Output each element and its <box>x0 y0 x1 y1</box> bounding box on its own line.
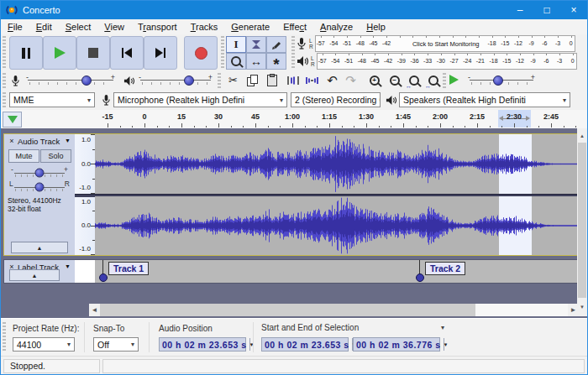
pan-slider[interactable]: L R <box>14 182 65 192</box>
recording-volume-slider[interactable]: - + <box>26 75 115 86</box>
fit-project-button[interactable]: ↔ <box>424 72 442 88</box>
audio-host-dropdown[interactable]: MME▾ <box>9 92 95 107</box>
paste-button[interactable] <box>263 72 281 88</box>
gain-thumb[interactable] <box>35 169 45 178</box>
timeshift-tool-button[interactable]: ↔ <box>246 53 266 70</box>
close-track-button[interactable]: × <box>8 137 16 145</box>
fit-selection-button[interactable]: ↔ <box>405 72 423 88</box>
menu-transport[interactable]: Transport <box>131 22 184 32</box>
audio-position-field[interactable]: 00 h 02 m 23.653 s ▾ <box>159 337 246 352</box>
cut-button[interactable]: ✂ <box>224 72 242 88</box>
meter-toolbar-grip[interactable] <box>291 36 295 70</box>
transcription-toolbar-grip[interactable] <box>443 73 446 88</box>
envelope-tool-button[interactable] <box>246 36 266 53</box>
menu-select[interactable]: Select <box>59 22 98 32</box>
horizontal-scrollbar[interactable]: ◄ ► <box>89 304 579 316</box>
zoom-tool-button[interactable] <box>226 53 246 70</box>
selection-format-dropdown[interactable]: Start and End of Selection ▾ <box>261 323 444 332</box>
menu-edit[interactable]: Edit <box>29 22 59 32</box>
pause-button[interactable] <box>9 36 43 70</box>
horizontal-scroll-thumb[interactable] <box>100 304 475 316</box>
selection-toolbar-grip[interactable] <box>3 322 6 352</box>
pan-thumb[interactable] <box>35 183 45 192</box>
device-toolbar-grip[interactable] <box>3 92 6 107</box>
menu-help[interactable]: Help <box>360 22 392 32</box>
scroll-left-button[interactable]: ◄ <box>89 304 100 316</box>
record-button[interactable] <box>184 36 218 70</box>
redo-button[interactable]: ↷ <box>342 72 360 88</box>
menu-tracks[interactable]: Tracks <box>184 22 225 32</box>
recording-meter-scale[interactable]: -57-54-51-48-45-42-18-15-12-9-6-30Click … <box>315 35 575 52</box>
vertical-ruler-right[interactable]: 1.00.0-1.0 <box>75 196 96 255</box>
selection-tool-button[interactable]: I <box>226 36 246 53</box>
skip-to-end-button[interactable] <box>144 36 177 70</box>
vertical-scrollbar[interactable]: ▲ ▼ <box>577 128 587 316</box>
menu-file[interactable]: File <box>1 22 29 32</box>
recording-volume-thumb[interactable] <box>81 76 92 86</box>
label-text[interactable]: Track 1 <box>108 262 149 275</box>
playback-volume-thumb[interactable] <box>184 76 194 86</box>
label-marker-knob[interactable] <box>99 273 108 282</box>
waveform-right-channel[interactable] <box>95 196 580 255</box>
zoom-in-button[interactable]: + <box>365 72 383 88</box>
scroll-right-button[interactable]: ► <box>568 304 579 316</box>
track-menu-icon[interactable]: ▼ <box>65 263 71 269</box>
horizontal-scroll-track[interactable] <box>475 304 568 316</box>
label-text[interactable]: Track 2 <box>425 262 465 275</box>
label-marker-knob[interactable] <box>416 273 424 282</box>
vertical-ruler-left[interactable]: 1.00.0-1.0 <box>75 134 96 194</box>
collapse-track-button[interactable]: ▲ <box>9 269 60 281</box>
recording-channels-dropdown[interactable]: 2 (Stereo) Recording Channels▾ <box>291 92 381 107</box>
menu-effect[interactable]: Effect <box>276 22 313 32</box>
track-menu-icon[interactable]: ▼ <box>65 138 71 143</box>
playback-speed-slider[interactable]: - + <box>468 75 535 86</box>
meter-monitoring-hint[interactable]: Click to Start Monitoring <box>412 40 480 48</box>
audio-track-title[interactable]: Audio Track <box>18 137 60 146</box>
menu-view[interactable]: View <box>97 22 131 32</box>
trim-audio-button[interactable] <box>284 72 302 88</box>
recording-device-dropdown[interactable]: Microphone (Realtek High Defini▾ <box>113 92 287 107</box>
label-track-content[interactable]: Track 1Track 2 <box>95 260 580 283</box>
minimize-button[interactable]: – <box>507 1 533 19</box>
snap-to-dropdown[interactable]: Off▾ <box>93 337 139 352</box>
playback-meter-scale[interactable]: -57-54-51-48-45-42-39-36-33-30-27-24-21-… <box>317 53 577 70</box>
timeline-pin-button[interactable] <box>3 112 22 128</box>
skip-to-start-button[interactable] <box>110 36 144 70</box>
menu-generate[interactable]: Generate <box>224 22 276 32</box>
silence-audio-button[interactable] <box>302 72 320 88</box>
play-at-speed-button[interactable] <box>449 75 459 85</box>
stop-button[interactable] <box>76 36 110 70</box>
playback-volume-slider[interactable]: - + <box>139 75 213 86</box>
zoom-out-button[interactable]: − <box>386 72 403 88</box>
transport-toolbar-grip[interactable] <box>3 36 6 70</box>
playback-meter[interactable]: LR -57-54-51-48-45-42-39-36-33-30-27-24-… <box>297 53 577 70</box>
selection-start-field[interactable]: 00 h 02 m 23.653 s ▾ <box>261 337 349 352</box>
collapse-track-button[interactable]: ▲ <box>11 242 68 253</box>
playback-speed-thumb[interactable] <box>493 76 503 86</box>
mixer-toolbar-grip[interactable] <box>3 73 6 88</box>
selection-end-field[interactable]: 00 h 02 m 36.776 s ▾ <box>353 337 440 352</box>
playback-device-dropdown[interactable]: Speakers (Realtek High Definiti▾ <box>399 92 570 107</box>
edit-toolbar-grip[interactable] <box>218 73 221 88</box>
maximize-button[interactable]: □ <box>533 1 560 19</box>
scroll-up-button[interactable]: ▲ <box>577 130 587 141</box>
close-button[interactable]: × <box>560 1 587 19</box>
copy-button[interactable] <box>244 72 261 88</box>
menu-analyze[interactable]: Analyze <box>313 22 360 32</box>
meter-scale-label: -51 <box>344 58 353 64</box>
multi-tool-button[interactable]: * <box>266 53 286 70</box>
tools-toolbar-grip[interactable] <box>221 36 224 70</box>
play-button[interactable] <box>43 36 76 70</box>
meter-tick <box>439 36 440 38</box>
solo-button[interactable]: Solo <box>40 149 71 163</box>
undo-button[interactable]: ↶ <box>323 72 341 88</box>
recording-meter[interactable]: LR -57-54-51-48-45-42-18-15-12-9-6-30Cli… <box>297 35 575 52</box>
mute-button[interactable]: Mute <box>8 149 39 163</box>
gain-slider[interactable]: - + <box>14 168 65 178</box>
project-rate-dropdown[interactable]: 44100▾ <box>13 337 75 352</box>
timeline-ruler[interactable]: -1501530451:001:151:301:452:002:152:302:… <box>21 110 580 128</box>
label-track: × Label Track ▼ ▲ Track 1Track 2 <box>3 259 579 284</box>
draw-tool-button[interactable] <box>266 36 286 53</box>
vertical-scroll-thumb[interactable] <box>578 143 586 298</box>
waveform-left-channel[interactable] <box>95 134 580 194</box>
